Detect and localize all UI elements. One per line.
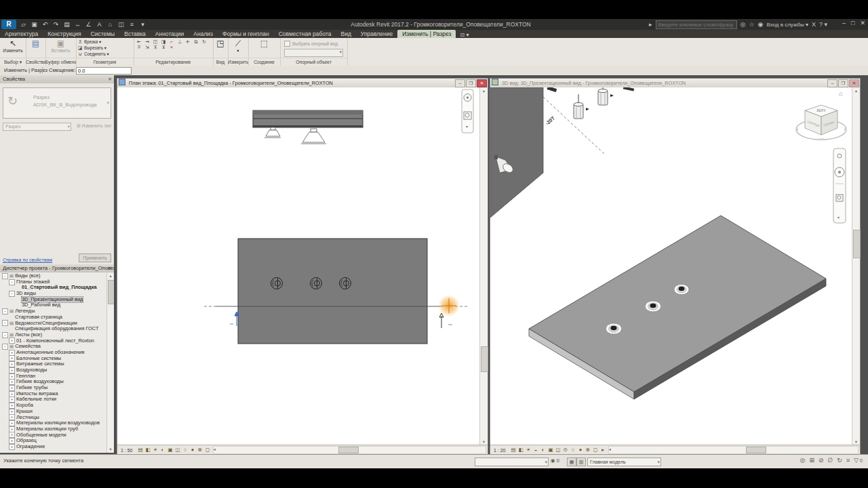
scroll-down-icon[interactable]: ▼: [107, 447, 114, 453]
background-processes-icon[interactable]: ≡: [846, 457, 850, 464]
search-go-icon[interactable]: ▸: [649, 21, 652, 28]
section-icon[interactable]: ◫: [117, 21, 125, 28]
crop-region-visibility-icon[interactable]: ◫: [555, 447, 562, 453]
offset-input[interactable]: 0.0: [76, 67, 132, 75]
user-icon[interactable]: ◉: [758, 21, 764, 28]
move-icon[interactable]: ✛: [184, 39, 192, 45]
save-icon[interactable]: ▣: [30, 21, 39, 28]
detail-level-icon[interactable]: ▤: [137, 447, 144, 453]
tree-toggle-icon[interactable]: −: [2, 332, 8, 338]
plan-view-titlebar[interactable]: План этажа: 01_Стартовый вид_Площадка - …: [117, 79, 488, 88]
sign-in-button[interactable]: Вход в службы ▾: [766, 22, 808, 28]
displacement-icon[interactable]: ◻: [592, 447, 599, 453]
join-button[interactable]: ⊍Соединить ▾: [76, 51, 134, 57]
scroll-up-icon[interactable]: ▲: [107, 273, 114, 279]
threed-canvas[interactable]: -20Т: [490, 87, 860, 445]
revit-app-button[interactable]: R: [1, 20, 16, 29]
qat-customize-icon[interactable]: ▾: [138, 21, 147, 28]
properties-button[interactable]: ▤: [26, 39, 45, 48]
array-icon[interactable]: ⠿: [135, 45, 143, 50]
help-search-box[interactable]: [656, 20, 737, 29]
worksets-button[interactable]: ▦: [567, 458, 576, 466]
split-icon[interactable]: ⌐: [167, 39, 176, 45]
type-selector[interactable]: ↻ Разрез ADSK_ВК_В_Водопровода ▾: [3, 87, 111, 119]
offset-icon[interactable]: ⇥: [143, 39, 151, 45]
unpin-icon[interactable]: ⊻: [159, 45, 167, 50]
shadows-icon[interactable]: ◐: [159, 447, 167, 453]
align-icon[interactable]: ⇤: [135, 39, 143, 45]
print-icon[interactable]: ▤: [62, 21, 71, 28]
shadows-icon[interactable]: ◐: [540, 447, 547, 453]
threed-horizontal-scrollbar[interactable]: ◄: [608, 446, 859, 454]
tree-toggle-icon[interactable]: +: [9, 350, 15, 356]
sun-path-icon[interactable]: ☀: [525, 447, 532, 453]
rotate-icon[interactable]: ↻: [200, 39, 208, 45]
tree-toggle-icon[interactable]: −: [9, 279, 15, 285]
rendering-icon[interactable]: ◒: [532, 447, 540, 453]
view-restore-button[interactable]: ❐: [466, 79, 476, 87]
analytical-icon[interactable]: ▸: [599, 447, 607, 453]
tree-toggle-icon[interactable]: +: [9, 426, 15, 432]
ribbon-tab[interactable]: Вставка: [119, 30, 151, 38]
tree-toggle-icon[interactable]: +: [9, 361, 15, 367]
cope-button[interactable]: ⊼Врезка ▾: [76, 39, 134, 45]
tree-toggle-icon[interactable]: +: [9, 396, 15, 403]
crop-view-icon[interactable]: ▣: [547, 447, 555, 453]
default-3d-view-icon[interactable]: ⌂: [106, 21, 115, 28]
chevron-down-icon[interactable]: ▾: [106, 100, 109, 106]
search-icon[interactable]: ◎: [741, 21, 746, 28]
editable-only-icon[interactable]: ◎: [800, 457, 806, 464]
reveal-constraints-icon[interactable]: ⊗: [197, 447, 204, 453]
tree-item[interactable]: +Ограждение: [0, 444, 107, 450]
design-options-button[interactable]: ▥: [576, 458, 586, 466]
aligned-dimension-icon[interactable]: ∠: [84, 21, 93, 28]
reveal-constraints-icon[interactable]: ⊗: [585, 447, 592, 453]
undo-icon[interactable]: ↶: [41, 21, 50, 28]
tree-toggle-icon[interactable]: −: [2, 344, 8, 350]
exclude-options-icon[interactable]: ⊘: [818, 457, 824, 464]
tree-toggle-icon[interactable]: +: [9, 379, 15, 385]
view-minimize-button[interactable]: –: [455, 79, 465, 87]
create-group-icon[interactable]: ⬚: [260, 39, 268, 48]
minimize-button[interactable]: –: [842, 20, 846, 26]
threed-view-titlebar[interactable]: 3D вид: 3D_Презентационный вид - Громког…: [490, 79, 860, 88]
ribbon-tab[interactable]: Системы: [86, 30, 120, 38]
tab-overflow-icon[interactable]: ⊡ ▾: [456, 32, 473, 38]
ribbon-tab[interactable]: Изменить | Разрез: [397, 30, 456, 38]
restore-button[interactable]: □: [851, 20, 854, 26]
pick-reference-checkbox[interactable]: Выбрать опорный вид: [280, 39, 347, 47]
scale-button[interactable]: 1 : 20: [490, 448, 510, 453]
tree-toggle-icon[interactable]: +: [9, 420, 15, 426]
tree-toggle-icon[interactable]: +: [9, 367, 15, 373]
edit-type-button[interactable]: ⊞ Изменить тип: [77, 123, 111, 129]
pin-icon[interactable]: ⊼: [151, 45, 159, 50]
locked-3d-view-icon[interactable]: ⊙: [562, 447, 570, 453]
view-minimize-button[interactable]: –: [827, 79, 837, 87]
visual-style-icon[interactable]: ◧: [144, 447, 152, 453]
close-button[interactable]: ✕: [860, 20, 865, 26]
properties-help-link[interactable]: Справка по свойствам: [3, 258, 52, 262]
crop-view-icon[interactable]: ▣: [167, 447, 174, 453]
crop-region-visibility-icon[interactable]: ◫: [174, 447, 182, 453]
help-menu[interactable]: ? ▾: [819, 21, 827, 28]
select-pinned-icon[interactable]: ∅: [828, 457, 833, 464]
tree-toggle-icon[interactable]: −: [9, 291, 15, 297]
delete-icon[interactable]: ×: [167, 45, 176, 50]
mirror-axis-icon[interactable]: ◫: [151, 39, 159, 45]
tree-toggle-icon[interactable]: −: [2, 273, 8, 279]
thin-lines-icon[interactable]: ≡: [127, 21, 136, 28]
ribbon-tab[interactable]: Конструкция: [43, 30, 85, 38]
open-icon[interactable]: ▱: [19, 21, 28, 28]
exchange-apps-icon[interactable]: X: [812, 21, 816, 28]
plan-horizontal-scrollbar[interactable]: ◄: [213, 446, 486, 454]
threed-view-window[interactable]: 3D вид: 3D_Презентационный вид - Громког…: [490, 78, 861, 455]
temporary-hide-isolate-icon[interactable]: ○: [570, 447, 577, 453]
close-icon[interactable]: ✕: [108, 75, 112, 83]
tree-toggle-icon[interactable]: +: [9, 409, 15, 415]
tree-toggle-icon[interactable]: −: [2, 320, 8, 326]
checkbox-icon[interactable]: [284, 41, 290, 47]
cut-button[interactable]: ◪Вырезать ▾: [76, 45, 134, 51]
ribbon-tab[interactable]: Аннотации: [151, 30, 189, 38]
plan-view-window[interactable]: План этажа: 01_Стартовый вид_Площадка - …: [117, 78, 488, 455]
plan-canvas[interactable]: ▾: [117, 87, 488, 445]
